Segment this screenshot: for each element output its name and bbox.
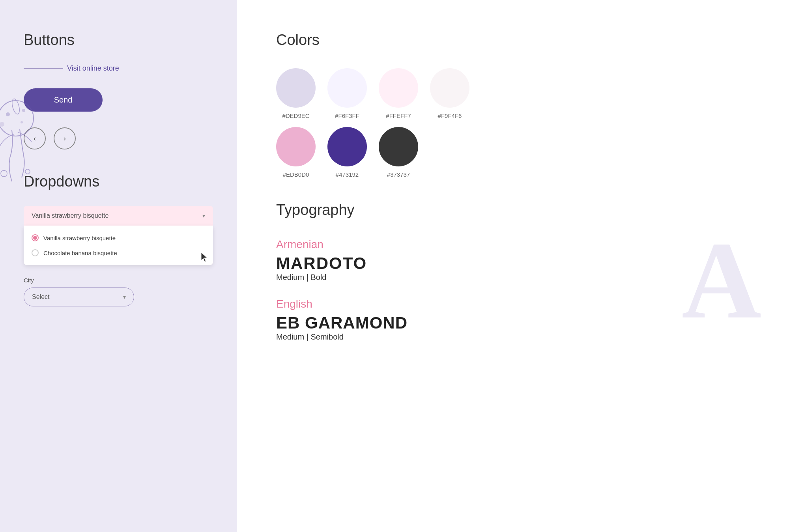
left-panel: Buttons Visit online store Send ‹ › Drop… xyxy=(0,0,237,532)
color-circle-1 xyxy=(327,68,367,108)
nav-next-button[interactable]: › xyxy=(54,127,76,149)
dropdowns-section: Dropdowns Vanilla strawberry bisquette ▾… xyxy=(24,173,213,306)
color-hex-0: #DED9EC xyxy=(282,112,309,119)
typo-content: Armenian MARDOTO Medium | Bold English E… xyxy=(276,238,750,342)
svg-point-6 xyxy=(1,170,7,177)
flavour-option-1[interactable]: Chocolate banana bisquette xyxy=(32,245,205,260)
color-circle-6 xyxy=(379,127,418,166)
swatch-5: #473192 xyxy=(327,127,367,178)
color-hex-6: #373737 xyxy=(387,171,410,178)
link-button-container: Visit online store xyxy=(24,64,213,73)
svg-point-4 xyxy=(0,122,4,127)
typo-block-armenian: Armenian MARDOTO Medium | Bold xyxy=(276,238,750,282)
nav-buttons-group: ‹ › xyxy=(24,127,213,149)
typo-language-armenian: Armenian xyxy=(276,238,750,251)
swatch-3: #F9F4F6 xyxy=(430,68,469,119)
flavour-option-label-1: Chocolate banana bisquette xyxy=(43,250,117,256)
color-circle-4 xyxy=(276,127,316,166)
colors-section: Colors #DED9EC #F6F3FF #FFEFF7 #F9F4F6 xyxy=(276,32,750,178)
swatch-4: #EDB0D0 xyxy=(276,127,316,178)
colors-section-title: Colors xyxy=(276,32,750,49)
flavour-option-label-0: Vanilla strawberry bisquette xyxy=(43,235,116,241)
typo-name-mardoto: MARDOTO xyxy=(276,254,750,273)
swatch-0: #DED9EC xyxy=(276,68,316,119)
radio-selected-icon xyxy=(32,234,39,241)
color-hex-5: #473192 xyxy=(336,171,359,178)
radio-unselected-icon xyxy=(32,249,39,256)
color-hex-3: #F9F4F6 xyxy=(438,112,462,119)
buttons-section-title: Buttons xyxy=(24,32,213,49)
color-hex-4: #EDB0D0 xyxy=(283,171,309,178)
color-circle-3 xyxy=(430,68,469,108)
typography-section: Typography A Armenian MARDOTO Medium | B… xyxy=(276,202,750,342)
flavour-dropdown-options: Vanilla strawberry bisquette Chocolate b… xyxy=(24,226,213,265)
swatch-1: #F6F3FF xyxy=(327,68,367,119)
svg-point-2 xyxy=(22,109,25,112)
city-dropdown-trigger[interactable]: Select ▾ xyxy=(24,287,134,306)
link-line-decoration xyxy=(24,68,63,69)
flavour-option-0[interactable]: Vanilla strawberry bisquette xyxy=(32,230,205,245)
typo-language-english: English xyxy=(276,298,750,310)
typo-block-english: English EB GARAMOND Medium | Semibold xyxy=(276,298,750,342)
svg-point-1 xyxy=(6,112,10,116)
swatch-6: #373737 xyxy=(379,127,418,178)
flavour-selected-text: Vanilla strawberry bisquette xyxy=(32,212,108,219)
typo-style-garamond: Medium | Semibold xyxy=(276,332,750,342)
color-circle-2 xyxy=(379,68,418,108)
flavour-dropdown-trigger[interactable]: Vanilla strawberry bisquette ▾ xyxy=(24,206,213,226)
swatch-2: #FFEFF7 xyxy=(379,68,418,119)
typo-style-mardoto: Medium | Bold xyxy=(276,273,750,282)
color-hex-2: #FFEFF7 xyxy=(386,112,411,119)
city-chevron-icon: ▾ xyxy=(123,294,126,301)
city-selected-text: Select xyxy=(32,293,49,301)
svg-point-3 xyxy=(21,121,23,123)
city-label: City xyxy=(24,277,213,284)
color-circle-0 xyxy=(276,68,316,108)
color-circle-5 xyxy=(327,127,367,166)
dropdowns-section-title: Dropdowns xyxy=(24,173,213,190)
next-icon: › xyxy=(64,134,66,143)
svg-point-0 xyxy=(0,101,34,136)
typo-name-garamond: EB GARAMOND xyxy=(276,314,750,332)
typography-section-title: Typography xyxy=(276,202,750,218)
svg-point-7 xyxy=(25,169,30,174)
color-swatches-row1: #DED9EC #F6F3FF #FFEFF7 #F9F4F6 xyxy=(276,68,750,119)
flavour-dropdown-wrapper: Vanilla strawberry bisquette ▾ Vanilla s… xyxy=(24,206,213,265)
color-hex-1: #F6F3FF xyxy=(335,112,359,119)
color-swatches-row2: #EDB0D0 #473192 #373737 xyxy=(276,127,750,178)
flavour-chevron-icon: ▾ xyxy=(202,213,205,219)
right-panel: Colors #DED9EC #F6F3FF #FFEFF7 #F9F4F6 xyxy=(237,0,789,532)
decoration-illustration xyxy=(0,95,39,205)
visit-store-link[interactable]: Visit online store xyxy=(67,64,119,73)
